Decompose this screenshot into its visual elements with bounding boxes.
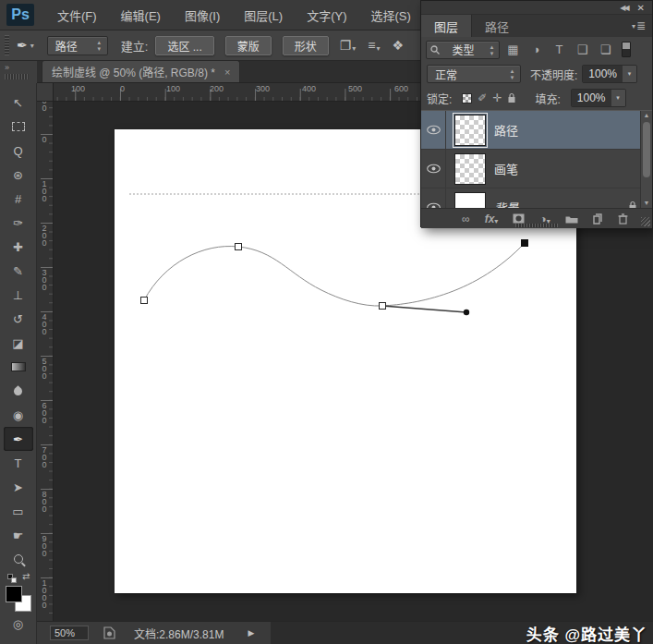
quick-mask-tool[interactable]: ◎ [4, 612, 33, 636]
close-tab-icon[interactable]: × [224, 67, 230, 78]
collapse-panels-icon[interactable]: ◀◀ [620, 4, 627, 12]
gradient-tool[interactable] [4, 355, 33, 379]
make-mask-button[interactable]: 蒙版 [225, 36, 272, 55]
collapse-toolbar-icon[interactable]: » [5, 63, 9, 72]
options-bar-grip[interactable] [5, 35, 9, 55]
color-controls[interactable]: ⇄ [5, 571, 32, 584]
path-arrange-button[interactable]: ❖ [393, 38, 405, 53]
chevron-down-icon[interactable]: ▾ [611, 90, 625, 106]
path-selection-tool[interactable]: ➤ [4, 475, 33, 499]
panel-menu-button[interactable]: ▾ ≣ [632, 15, 652, 37]
crop-tool[interactable]: # [4, 187, 33, 211]
layers-scrollbar[interactable]: ▲ ▼ [640, 111, 652, 208]
visibility-eye-icon[interactable] [421, 150, 446, 188]
path-operations-button[interactable]: ❐ ▾ [340, 38, 357, 53]
lock-transparency-icon[interactable] [462, 93, 472, 103]
zoom-level-field[interactable] [50, 626, 89, 640]
toolbar-grip[interactable] [5, 74, 29, 79]
search-icon [430, 45, 440, 55]
filter-type-select[interactable]: 类型 ▴▾ [426, 41, 500, 59]
lock-pixels-icon[interactable]: ✐ [478, 91, 487, 104]
history-brush-tool[interactable]: ↺ [4, 307, 33, 331]
scroll-down-icon[interactable]: ▼ [641, 199, 652, 208]
blend-mode-value: 正常 [435, 67, 457, 82]
chevron-down-icon[interactable]: ▾ [623, 66, 636, 82]
layer-row-brush[interactable]: 画笔 [421, 150, 652, 188]
clone-stamp-tool[interactable]: ⊥ [4, 283, 33, 307]
tab-layers[interactable]: 图层 [421, 15, 472, 37]
eyedropper-tool[interactable]: ✑ [4, 211, 33, 235]
hand-tool[interactable]: ☛ [4, 523, 33, 547]
vertical-ruler[interactable]: 100 0 100 200 300 400 500 600 700 800 90… [37, 102, 54, 621]
filter-adjustment-layers-icon[interactable]: ◑ [526, 42, 546, 58]
layer-name[interactable]: 画笔 [494, 160, 518, 177]
layer-thumbnail[interactable] [454, 153, 486, 185]
document-status-icon[interactable] [103, 626, 115, 639]
filter-smart-objects-icon[interactable]: ❏ [596, 42, 615, 58]
pen-tool[interactable]: ✒ [4, 427, 33, 451]
filter-shape-layers-icon[interactable]: ❑ [573, 42, 592, 58]
status-options-arrow[interactable]: ▶ [248, 628, 254, 638]
fill-field[interactable]: 100% ▾ [571, 89, 626, 107]
brush-tool[interactable]: ✎ [4, 259, 33, 283]
move-tool[interactable]: ↖ [4, 91, 33, 115]
healing-brush-tool[interactable]: ✚ [4, 235, 33, 259]
tool-mode-select[interactable]: 路径 ▴▾ [47, 36, 108, 55]
scrollbar-thumb[interactable] [643, 122, 650, 177]
lock-position-icon[interactable]: ✛ [492, 91, 502, 104]
panel-resize-grip[interactable] [641, 217, 650, 226]
filter-pixel-layers-icon[interactable]: ▦ [503, 42, 523, 58]
foreground-color-swatch[interactable] [6, 586, 22, 602]
eraser-icon: ◪ [12, 336, 23, 350]
path-alignment-button[interactable]: ≡ ▾ [368, 38, 380, 53]
blend-mode-select[interactable]: 正常 ▴▾ [427, 65, 521, 83]
filter-toggle-switch[interactable] [622, 42, 631, 57]
eraser-tool[interactable]: ◪ [4, 331, 33, 355]
shape-icon: ▭ [12, 504, 23, 518]
layer-row-path[interactable]: 路径 [421, 111, 652, 150]
new-group-icon[interactable] [565, 214, 578, 224]
quick-selection-tool[interactable]: ⊛ [4, 163, 33, 187]
scroll-up-icon[interactable]: ▲ [641, 111, 652, 120]
lasso-tool[interactable]: Q [4, 139, 33, 163]
menu-file[interactable]: 文件(F) [45, 6, 109, 24]
blur-icon [12, 385, 24, 397]
filter-type-layers-icon[interactable]: T [550, 42, 569, 58]
visibility-eye-icon[interactable] [421, 111, 446, 149]
delete-layer-icon[interactable] [618, 213, 628, 225]
document-tab[interactable]: 绘制虚线 @ 50% (路径, RGB/8) * × [42, 60, 240, 82]
panel-drag-handle[interactable] [515, 224, 558, 227]
color-swatches[interactable] [6, 586, 31, 612]
close-panel-icon[interactable]: ✕ [637, 3, 645, 13]
ruler-label: 0 [40, 135, 49, 142]
type-tool[interactable]: T [4, 451, 33, 475]
blur-tool[interactable] [4, 379, 33, 403]
dodge-tool[interactable]: ◉ [4, 403, 33, 427]
layer-name[interactable]: 路径 [494, 121, 518, 139]
menu-layer[interactable]: 图层(L) [232, 6, 295, 24]
menu-select[interactable]: 选择(S) [358, 6, 422, 24]
menu-edit[interactable]: 编辑(E) [109, 6, 173, 24]
make-shape-button[interactable]: 形状 [283, 36, 329, 55]
lock-all-icon[interactable] [507, 92, 516, 103]
visibility-eye-icon[interactable] [421, 188, 446, 208]
zoom-tool[interactable] [4, 547, 33, 571]
make-selection-button[interactable]: 选区 ... [155, 36, 213, 55]
layer-name[interactable]: 背景 [494, 199, 518, 208]
layer-row-background[interactable]: 背景 [421, 188, 652, 208]
opacity-field[interactable]: 100% ▾ [582, 65, 637, 83]
layer-thumbnail[interactable] [454, 115, 486, 146]
layer-thumbnail[interactable] [454, 192, 486, 209]
shape-tool[interactable]: ▭ [4, 499, 33, 523]
tab-paths[interactable]: 路径 [472, 15, 522, 37]
ruler-label: 400 [40, 312, 49, 334]
menu-type[interactable]: 文字(Y) [295, 6, 358, 24]
layer-style-button[interactable]: fx▾ [485, 213, 499, 225]
ruler-label: 100 [166, 84, 180, 93]
pen-tool-preset[interactable]: ✒ ▾ [17, 38, 34, 53]
add-layer-mask-icon[interactable] [513, 213, 525, 224]
marquee-tool[interactable] [4, 115, 33, 139]
menu-image[interactable]: 图像(I) [173, 6, 232, 24]
new-layer-icon[interactable] [593, 213, 603, 225]
link-layers-icon[interactable]: ∞ [462, 213, 470, 225]
